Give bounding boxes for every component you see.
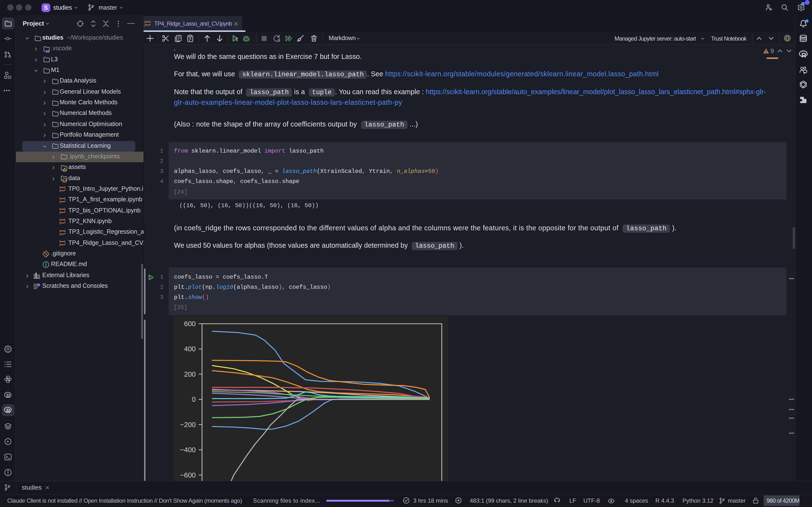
svg-text:400: 400 — [184, 345, 196, 353]
svg-text:−400: −400 — [180, 446, 196, 454]
svg-text:−600: −600 — [180, 471, 196, 479]
svg-text:R: R — [6, 393, 10, 399]
svg-text:R: R — [801, 51, 806, 59]
svg-text:R: R — [6, 408, 10, 414]
svg-text:−200: −200 — [180, 421, 196, 429]
svg-text:600: 600 — [184, 320, 196, 328]
svg-text:0: 0 — [192, 395, 196, 403]
svg-text:200: 200 — [184, 370, 196, 378]
